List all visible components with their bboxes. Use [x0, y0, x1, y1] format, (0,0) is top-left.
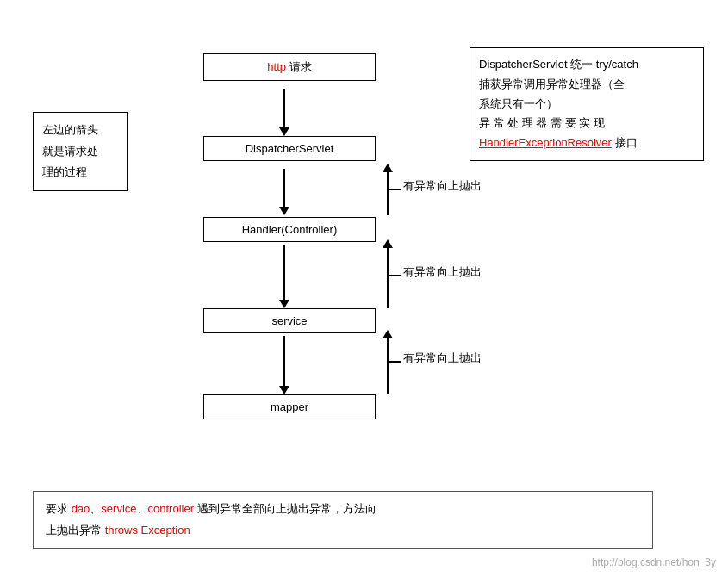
service-text: service	[101, 502, 136, 515]
mapper-label: mapper	[271, 400, 308, 413]
throw-label-3: 有异常向上抛出	[403, 351, 482, 366]
left-note-text: 左边的箭头就是请求处理的过程	[42, 123, 98, 178]
svg-marker-3	[279, 207, 289, 215]
service-label: service	[271, 314, 307, 327]
handler-controller-label: Handler(Controller)	[242, 223, 338, 236]
info-line2: 捕获异常调用异常处理器（全	[479, 75, 694, 95]
info-line3: 系统只有一个）	[479, 95, 694, 115]
bottom-line1: 要求 dao、service、controller 遇到异常全部向上抛出异常，方…	[46, 499, 640, 520]
svg-marker-7	[279, 300, 289, 308]
handler-controller-box: Handler(Controller)	[203, 217, 376, 242]
bottom-note-box: 要求 dao、service、controller 遇到异常全部向上抛出异常，方…	[33, 491, 653, 549]
info-interface: 接口	[612, 136, 638, 149]
http-label-rest: 请求	[286, 60, 312, 73]
info-line5: HandlerExceptionResolver 接口	[479, 133, 694, 153]
svg-marker-5	[383, 164, 393, 172]
info-box: DispatcherServlet 统一 try/catch 捕获异常调用异常处…	[470, 47, 704, 161]
svg-marker-11	[279, 386, 289, 394]
left-note-box: 左边的箭头就是请求处理的过程	[33, 112, 128, 191]
dispatcher-servlet-box: DispatcherServlet	[203, 136, 376, 161]
svg-marker-1	[279, 127, 289, 136]
watermark: http://blog.csdn.net/hon_3y	[592, 556, 716, 568]
dispatcher-servlet-label: DispatcherServlet	[246, 142, 334, 155]
dao-text: dao	[72, 502, 90, 515]
info-line4: 异 常 处 理 器 需 要 实 现	[479, 114, 694, 133]
info-line1: DispatcherServlet 统一 try/catch	[479, 55, 694, 75]
throw-label-2: 有异常向上抛出	[403, 264, 482, 280]
throws-exception-text: throws Exception	[105, 524, 190, 537]
mapper-box: mapper	[203, 394, 376, 419]
http-label-red: http	[267, 60, 286, 73]
svg-marker-13	[383, 330, 393, 338]
diagram-container: 左边的箭头就是请求处理的过程 http 请求 DispatcherServlet…	[0, 0, 728, 577]
throw-label-1: 有异常向上抛出	[403, 178, 482, 194]
info-handler-exception-resolver: HandlerExceptionResolver	[479, 136, 612, 149]
controller-text: controller	[148, 502, 194, 515]
svg-marker-9	[383, 239, 393, 248]
bottom-line2: 上抛出异常 throws Exception	[46, 520, 640, 542]
service-box: service	[203, 308, 376, 333]
http-request-box: http 请求	[203, 53, 376, 81]
